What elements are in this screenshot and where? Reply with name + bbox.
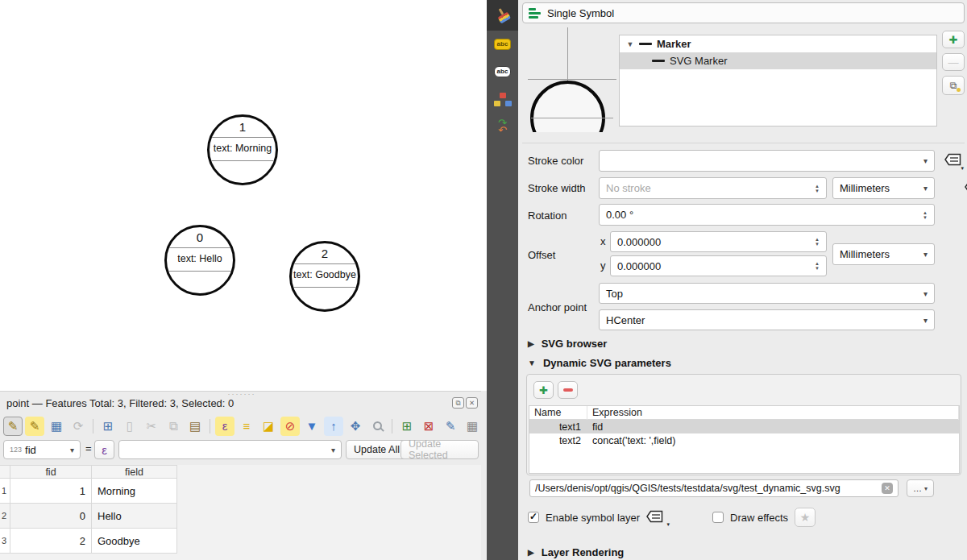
anchor-point-label: Anchor point [528,301,587,313]
remove-parameter-button[interactable] [558,381,578,399]
duplicate-symbol-layer-button[interactable]: ⧉ [942,76,965,95]
layer-rendering-section[interactable]: ▶ Layer Rendering [528,546,624,558]
copy-icon[interactable]: ⧉ [164,417,183,436]
offset-y-spinbox[interactable]: 0.000000 ▲▼ [610,255,827,276]
paintbrush-icon [492,4,513,26]
layer-diagram-tab[interactable] [487,85,518,113]
table-cell-fid[interactable]: 1 [10,479,92,504]
spinner-arrows-icon[interactable]: ▲▼ [815,261,820,271]
invert-selection-icon[interactable]: ◪ [259,417,278,436]
rotation-spinbox[interactable]: 0.00 ° ▲▼ [599,204,935,226]
delete-selected-icon[interactable]: ▯ [120,417,139,436]
row-number[interactable]: 2 [0,504,10,529]
column-header-fid[interactable]: fid [10,465,92,479]
delete-field-icon[interactable]: ⊠ [419,417,438,436]
refresh-icon[interactable]: ⟳ [68,417,88,436]
table-cell-field[interactable]: Morning [92,479,177,504]
parameter-row[interactable]: text2 concat('text: ',field) [529,433,959,447]
row-number[interactable]: 3 [0,529,10,554]
map-feature-marker: 1 text: Morning [207,114,278,185]
map-feature-marker: 0 text: Hello [164,225,235,296]
column-header-field[interactable]: field [92,465,177,479]
expression-input[interactable]: ▾ [118,440,342,459]
update-all-button[interactable]: Update All [346,440,408,459]
deselect-all-icon[interactable]: ⊘ [280,417,300,436]
anchor-horizontal-combo[interactable]: HCenter ▾ [599,309,935,330]
tree-item-marker[interactable]: ▼ Marker [620,35,936,52]
browse-file-button[interactable]: … ▾ [907,479,934,497]
pan-to-selection-icon[interactable]: ✥ [346,417,365,436]
select-by-expression-icon[interactable]: ε [215,417,234,436]
new-field-icon[interactable]: ⊞ [397,417,417,436]
chevron-down-icon: ▾ [923,184,928,193]
undock-panel-icon[interactable]: ⧉ [452,397,464,409]
expression-builder-button[interactable]: ε [94,440,114,459]
table-cell-field[interactable]: Hello [92,504,177,529]
map-canvas[interactable]: 1 text: Morning 0 text: Hello 2 text: Go… [0,0,487,391]
svg-browser-section[interactable]: ▶ SVG browser [528,338,607,350]
labels-abc-icon: abc [494,39,512,50]
layer-history-tab[interactable] [487,113,518,140]
draw-effects-checkbox[interactable] [712,512,724,523]
data-defined-override-enable-layer[interactable] [646,510,667,525]
offset-label: Offset [528,249,555,261]
attribute-table-panel: point — Features Total: 3, Filtered: 3, … [0,391,481,560]
effects-options-button: ★ [795,508,816,527]
filter-form-icon[interactable]: ▼ [302,417,322,436]
save-edits-icon[interactable]: ▦ [47,417,66,436]
offset-unit-combo[interactable]: Millimeters ▾ [832,243,935,265]
equals-label: = [85,442,92,454]
diagram-icon [500,93,506,98]
add-symbol-layer-button[interactable]: ✚ [942,31,965,48]
symbol-layer-options-row: Enable symbol layer Draw effects ★ [528,508,955,526]
table-cell-fid[interactable]: 0 [10,504,92,529]
field-select-value: fid [25,444,36,456]
spinner-arrows-icon[interactable]: ▲▼ [815,237,820,247]
paste-icon[interactable]: ▤ [185,417,205,436]
dynamic-svg-parameters-section[interactable]: ▼ Dynamic SVG parameters [528,357,671,369]
parameter-row[interactable]: text1 fid [529,420,959,433]
zoom-to-selection-icon[interactable] [367,417,387,436]
spinner-arrows-icon[interactable]: ▲▼ [923,210,928,220]
field-select-combo[interactable]: 123 fid ▾ [3,440,81,459]
enable-symbol-layer-checkbox[interactable] [528,512,539,523]
select-all-icon[interactable]: ≡ [237,417,256,436]
field-type-badge: 123 [10,446,22,454]
table-cell-field[interactable]: Goodbye [92,529,177,554]
add-feature-icon[interactable]: ⊞ [98,417,118,436]
tree-item-svg-marker[interactable]: SVG Marker [620,52,936,69]
marker-text: text: Hello [167,247,233,271]
conditional-formatting-icon[interactable]: ▦ [463,417,482,436]
table-cell-fid[interactable]: 2 [10,529,92,554]
renderer-combo[interactable]: Single Symbol [522,2,965,23]
stroke-width-unit-combo[interactable]: Millimeters ▾ [832,177,935,199]
close-panel-icon[interactable]: ✕ [466,397,478,409]
move-selection-top-icon[interactable]: ↑ [324,417,343,436]
toolbar-separator [392,419,392,433]
layer-callouts-tab[interactable]: abc [487,58,518,85]
single-symbol-icon [529,8,542,19]
marker-fid-text: 0 [167,228,233,247]
layer-labels-tab[interactable]: abc [487,31,518,58]
cut-icon[interactable]: ✂ [142,417,161,436]
layer-symbology-tab[interactable] [487,0,518,31]
toggle-editing-icon[interactable]: ✎ [3,417,23,436]
stroke-width-spinbox[interactable]: No stroke ▲▼ [599,177,827,199]
multiedit-icon[interactable]: ✎ [25,417,44,436]
chevron-down-icon: ▾ [331,446,335,454]
data-defined-override-stroke-color[interactable] [944,156,961,168]
data-defined-override-stroke-width[interactable] [965,184,967,196]
clear-text-icon[interactable]: ✕ [882,483,893,494]
preview-circle [530,81,605,132]
chevron-down-icon: ▾ [70,446,74,454]
layer-styling-dock: abcabc Single Symbol ▼ Marker [487,0,967,560]
row-number[interactable]: 1 [0,479,10,504]
stroke-color-combo[interactable]: ▾ [599,150,935,172]
svg-file-path-input[interactable]: /Users/denis/opt/qgis/QGIS/tests/testdat… [529,479,899,497]
offset-x-spinbox[interactable]: 0.000000 ▲▼ [610,231,827,252]
spinner-arrows-icon[interactable]: ▲▼ [815,184,820,193]
preview-chord [531,118,613,118]
add-parameter-button[interactable]: ✚ [533,381,554,399]
anchor-vertical-combo[interactable]: Top ▾ [599,283,935,304]
edit-field-icon[interactable]: ✎ [441,417,460,436]
